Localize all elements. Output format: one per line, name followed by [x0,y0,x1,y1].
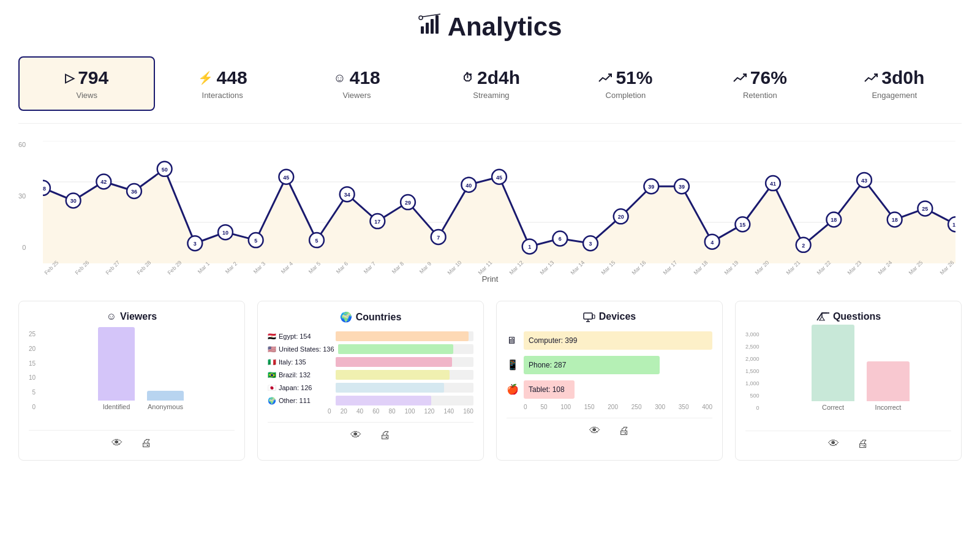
engagement-value: 3d0h [881,67,924,88]
stat-streaming: ⏱ 2d4h Streaming [424,56,558,111]
viewers-eye-icon[interactable]: 👁 [111,437,123,450]
svg-text:18: 18 [892,217,898,223]
stat-completion: 51% Completion [559,56,693,111]
svg-text:40: 40 [466,183,472,189]
correct-label: Correct [822,404,844,411]
countries-section-icons: 👁 🖨 [268,422,473,442]
views-label: Views [76,91,97,100]
svg-text:4: 4 [710,239,714,246]
country-row: 🇧🇷Brazil: 132 [268,370,473,380]
device-phone: 📱 Phone: 287 [507,356,712,374]
retention-label: Retention [743,91,777,100]
x-axis: Feb 25Feb 26Feb 27Feb 28Feb 29Mar 1Mar 2… [43,265,956,271]
viewers-y-axis: 25 20 15 10 5 0 [29,331,38,410]
engagement-icon [864,67,878,88]
svg-text:1: 1 [528,244,531,250]
viewers-value: 418 [350,67,380,88]
line-chart-section: 60 30 0 38304236503105455341729740451632… [18,141,962,284]
svg-text:38: 38 [43,186,46,192]
questions-title: Questions [745,311,951,323]
country-row: 🌍Other: 111 [268,396,473,405]
viewers-print-icon[interactable]: 🖨 [141,437,152,450]
svg-text:15: 15 [739,222,745,228]
devices-eye-icon[interactable]: 👁 [589,424,600,437]
questions-print-icon[interactable]: 🖨 [858,437,869,450]
engagement-label: Engagement [872,91,917,100]
svg-text:45: 45 [496,175,502,181]
stat-viewers: ☺ 418 Viewers [290,56,424,111]
completion-value: 51% [616,67,652,88]
interactions-label: Interactions [202,91,243,100]
svg-text:25: 25 [922,206,928,212]
page-title: Analytics [448,12,562,42]
computer-bar: Computer: 399 [524,331,712,350]
questions-eye-icon[interactable]: 👁 [828,437,839,450]
svg-text:17: 17 [374,219,380,225]
svg-rect-2 [431,19,434,34]
countries-title: 🌍 Countries [268,311,473,323]
svg-text:41: 41 [770,181,776,187]
svg-text:39: 39 [679,184,685,190]
questions-icon [816,311,829,323]
retention-icon [733,67,747,88]
svg-text:5: 5 [315,238,318,244]
questions-section-icons: 👁 🖨 [745,431,951,450]
svg-text:7: 7 [437,235,440,241]
viewers-icon: ☺ [333,71,345,85]
devices-icon [583,311,595,323]
analytics-icon [418,13,442,41]
svg-text:39: 39 [648,184,654,190]
viewers-bars: Identified Anonymous [47,331,235,410]
svg-text:34: 34 [344,192,350,198]
svg-text:15: 15 [952,222,956,228]
anonymous-label: Anonymous [148,403,183,410]
views-icon: ▷ [65,70,74,85]
viewers-label: Viewers [343,91,371,100]
svg-text:50: 50 [162,167,168,173]
devices-print-icon[interactable]: 🖨 [619,424,630,437]
interactions-icon: ⚡ [198,70,213,85]
completion-label: Completion [606,91,646,100]
svg-text:2: 2 [802,243,805,249]
streaming-icon: ⏱ [462,72,473,85]
devices-section-icons: 👁 🖨 [507,418,712,437]
svg-text:43: 43 [861,178,867,184]
countries-print-icon[interactable]: 🖨 [380,429,391,442]
completion-icon [598,67,612,88]
chart-print-label[interactable]: Print [18,274,962,284]
stat-engagement: 3d0h Engagement [827,56,962,111]
svg-rect-0 [421,26,424,34]
svg-rect-74 [592,315,595,318]
country-row: 🇺🇸United States: 136 [268,344,473,354]
views-value: 794 [78,67,108,88]
questions-section: Questions 3,000 2,500 2,000 1,500 1,000 … [735,301,962,461]
viewers-section-icons: 👁 🖨 [29,430,235,450]
country-row: 🇯🇵Japan: 126 [268,383,473,393]
stat-retention: 76% Retention [693,56,827,111]
devices-section: Devices 🖥 Computer: 399 📱 Phone: 287 [496,301,723,461]
device-computer: 🖥 Computer: 399 [507,331,712,350]
tablet-bar: Tablet: 108 [524,380,575,399]
incorrect-label: Incorrect [875,404,902,411]
stat-interactions: ⚡ 448 Interactions [155,56,289,111]
svg-text:45: 45 [283,175,289,181]
questions-bars: Correct Incorrect [770,331,951,411]
countries-eye-icon[interactable]: 👁 [350,429,361,442]
page-header: Analytics [18,12,962,42]
svg-text:3: 3 [194,241,197,247]
svg-text:29: 29 [405,200,411,206]
bar-identified: Identified [98,327,135,410]
device-tablet: 🍎 Tablet: 108 [507,380,712,399]
y-axis: 60 30 0 [18,141,29,251]
svg-text:30: 30 [70,198,77,204]
svg-text:18: 18 [831,217,837,223]
phone-bar: Phone: 287 [524,356,660,374]
svg-rect-1 [426,23,429,34]
retention-value: 76% [750,67,787,88]
streaming-label: Streaming [473,91,509,100]
viewers-section: ☺ Viewers 25 20 15 10 5 0 Identified [18,301,245,461]
countries-section: 🌍 Countries 🇪🇬Egypt: 154🇺🇸United States:… [257,301,484,461]
svg-text:10: 10 [222,230,228,236]
svg-rect-3 [435,15,439,34]
questions-y-axis: 3,000 2,500 2,000 1,500 1,000 500 0 [745,331,762,411]
